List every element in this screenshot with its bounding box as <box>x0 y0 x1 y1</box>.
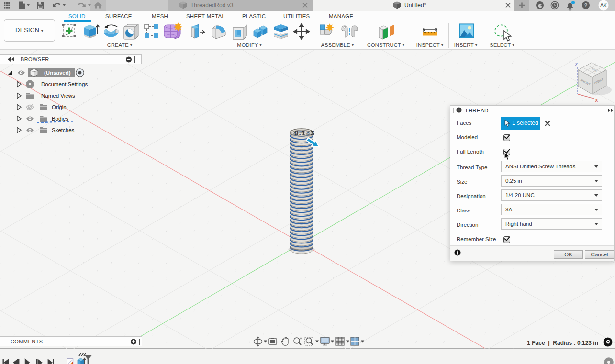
svg-text:X: X <box>595 98 598 103</box>
svg-text:Bodies: Bodies <box>52 116 68 121</box>
svg-text:Document Settings: Document Settings <box>41 81 88 87</box>
svg-text:Named Views: Named Views <box>41 93 75 99</box>
svg-text:Sketches: Sketches <box>52 127 75 133</box>
svg-text:?: ? <box>584 2 587 8</box>
svg-text:Z: Z <box>575 62 578 67</box>
svg-text:Origin: Origin <box>52 104 67 110</box>
svg-text:AK: AK <box>600 2 607 8</box>
svg-text:(Unsaved): (Unsaved) <box>44 70 71 76</box>
svg-text:0.123: 0.123 <box>294 129 315 137</box>
